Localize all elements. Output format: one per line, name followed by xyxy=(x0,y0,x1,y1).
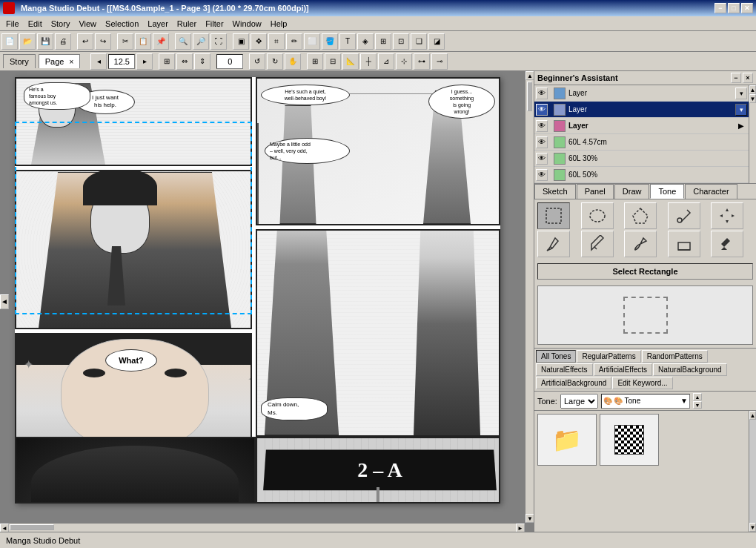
pan-button[interactable]: ✋ xyxy=(285,53,301,70)
minimize-button[interactable]: − xyxy=(714,3,726,13)
tool-pencil[interactable] xyxy=(537,231,570,257)
layer-2-options[interactable]: ▾ xyxy=(735,104,747,116)
tone-item-checker[interactable] xyxy=(600,414,659,466)
canvas-v-scrollbar[interactable]: ▲ ▼ xyxy=(525,71,534,523)
extra-tool4[interactable]: ❑ xyxy=(411,33,427,50)
cat-regular[interactable]: RegularPatterns xyxy=(577,350,640,363)
tool-select-rect[interactable] xyxy=(537,202,570,229)
page-fit-button[interactable]: ⊞ xyxy=(159,53,175,70)
tool-brush[interactable] xyxy=(624,231,657,257)
tool-select-magic[interactable] xyxy=(668,202,700,229)
undo-button[interactable]: ↩ xyxy=(77,33,93,50)
menu-ruler[interactable]: Ruler xyxy=(173,18,201,30)
cat-natural[interactable]: NaturalEffects xyxy=(536,363,593,376)
menu-window[interactable]: Window xyxy=(228,18,266,30)
layers-scroll-up[interactable]: ▲ xyxy=(749,85,756,94)
story-tab[interactable]: Story xyxy=(3,54,36,68)
extra-tool2[interactable]: ⊞ xyxy=(375,33,391,50)
tone-scroll-up-btn[interactable]: ▲ xyxy=(693,393,702,400)
menu-file[interactable]: File xyxy=(1,18,24,30)
select-button[interactable]: ▣ xyxy=(233,33,249,50)
cat-edit-keyword[interactable]: Edit Keyword... xyxy=(612,377,672,389)
new-file-button[interactable]: 📄 xyxy=(1,33,18,50)
cat-all-tones[interactable]: All Tones xyxy=(536,350,576,363)
copy-button[interactable]: 📋 xyxy=(135,33,151,50)
page-flip-h[interactable]: ⇔ xyxy=(176,53,193,70)
layers-scroll-down[interactable]: ▼ xyxy=(749,94,756,103)
page-tab[interactable]: Page × xyxy=(39,54,81,68)
menu-filter[interactable]: Filter xyxy=(201,18,228,30)
snap-button[interactable]: ⊟ xyxy=(325,53,341,70)
fill-button[interactable]: 🪣 xyxy=(322,33,338,50)
tool6[interactable]: ⊿ xyxy=(378,53,394,70)
tool-move[interactable] xyxy=(711,202,743,229)
layer-4-visibility[interactable]: 👁 xyxy=(536,136,548,148)
scroll-down-button[interactable]: ▼ xyxy=(525,514,534,523)
tool-eraser[interactable] xyxy=(668,231,700,257)
layer-2-visibility[interactable]: 👁 xyxy=(536,104,548,116)
rotate-left-button[interactable]: ↺ xyxy=(249,53,265,70)
rotation-input[interactable] xyxy=(216,54,243,69)
layer-3-arrow[interactable]: ▶ xyxy=(738,122,744,130)
menu-edit[interactable]: Edit xyxy=(24,18,47,30)
layers-scrollbar[interactable]: ▲ ▼ xyxy=(749,85,756,183)
layer-5-visibility[interactable]: 👁 xyxy=(536,153,548,165)
transform-button[interactable]: ⌗ xyxy=(268,33,285,50)
tool8[interactable]: ⊶ xyxy=(414,53,430,70)
menu-help[interactable]: Help xyxy=(266,18,292,30)
scroll-up-button[interactable]: ▲ xyxy=(525,71,534,80)
scroll-right-button[interactable]: ► xyxy=(516,524,525,532)
tone-scrollbar[interactable]: ▲ ▼ xyxy=(749,411,756,532)
page-flip-v[interactable]: ⇕ xyxy=(194,53,210,70)
scroll-thumb-h[interactable] xyxy=(10,524,54,530)
zoom-out-button[interactable]: 🔎 xyxy=(193,33,209,50)
layer-1-visibility[interactable]: 👁 xyxy=(536,88,548,99)
save-file-button[interactable]: 💾 xyxy=(37,33,53,50)
cat-natural-bg[interactable]: NaturalBackground xyxy=(653,363,727,376)
tone-scroll-down-btn[interactable]: ▼ xyxy=(693,401,702,409)
menu-view[interactable]: View xyxy=(74,18,101,30)
scroll-thumb-v[interactable] xyxy=(527,82,532,111)
zoom-in-button[interactable]: 🔍 xyxy=(175,33,191,50)
text-button[interactable]: T xyxy=(339,33,356,50)
extra-tool3[interactable]: ⊡ xyxy=(393,33,409,50)
tone-size-select[interactable]: Large Small xyxy=(560,394,598,409)
scroll-left-button[interactable]: ◄ xyxy=(0,524,9,532)
tool-pen[interactable] xyxy=(581,231,614,257)
page-next-button[interactable]: ▸ xyxy=(136,53,153,70)
page-prev-button[interactable]: ◂ xyxy=(90,53,107,70)
cat-artificial[interactable]: ArtificialEffects xyxy=(594,363,652,376)
tool-select-poly[interactable] xyxy=(624,202,657,229)
assistant-close[interactable]: × xyxy=(743,73,753,83)
open-file-button[interactable]: 📂 xyxy=(19,33,36,50)
tab-character[interactable]: Character xyxy=(685,184,737,199)
layer-3-visibility[interactable]: 👁 xyxy=(536,120,548,132)
zoom-input[interactable] xyxy=(108,54,135,69)
cat-random[interactable]: RandomPatterns xyxy=(642,350,708,363)
cut-button[interactable]: ✂ xyxy=(117,33,133,50)
canvas-h-scrollbar[interactable]: ◄ ► xyxy=(0,523,525,532)
close-button[interactable]: ✕ xyxy=(741,3,753,13)
guide-button[interactable]: ┼ xyxy=(360,53,377,70)
tone-scroll-up[interactable]: ▲ xyxy=(749,411,756,420)
menu-story[interactable]: Story xyxy=(47,18,75,30)
move-button[interactable]: ✥ xyxy=(251,33,267,50)
cat-artificial-bg[interactable]: ArtificialBackground xyxy=(536,377,611,389)
ruler-button[interactable]: 📐 xyxy=(342,53,359,70)
canvas-left-arrow[interactable]: ◄ xyxy=(0,294,9,309)
rotate-right-button[interactable]: ↻ xyxy=(267,53,283,70)
fit-button[interactable]: ⛶ xyxy=(210,33,227,50)
extra-tool5[interactable]: ◪ xyxy=(428,33,445,50)
tone-scroll-down[interactable]: ▼ xyxy=(749,523,756,532)
eraser-button[interactable]: ⬜ xyxy=(304,33,320,50)
layer-6-visibility[interactable]: 👁 xyxy=(536,169,548,181)
tool-select-ellipse[interactable] xyxy=(581,202,614,229)
tab-draw[interactable]: Draw xyxy=(614,184,650,199)
pen-button[interactable]: ✏ xyxy=(286,33,302,50)
redo-button[interactable]: ↪ xyxy=(95,33,111,50)
page-tab-close[interactable]: × xyxy=(69,58,73,66)
tool-fill[interactable] xyxy=(711,231,743,257)
tone-item-folder[interactable]: 📁 xyxy=(537,414,597,466)
maximize-button[interactable]: □ xyxy=(728,3,740,13)
tool9[interactable]: ⊸ xyxy=(431,53,448,70)
